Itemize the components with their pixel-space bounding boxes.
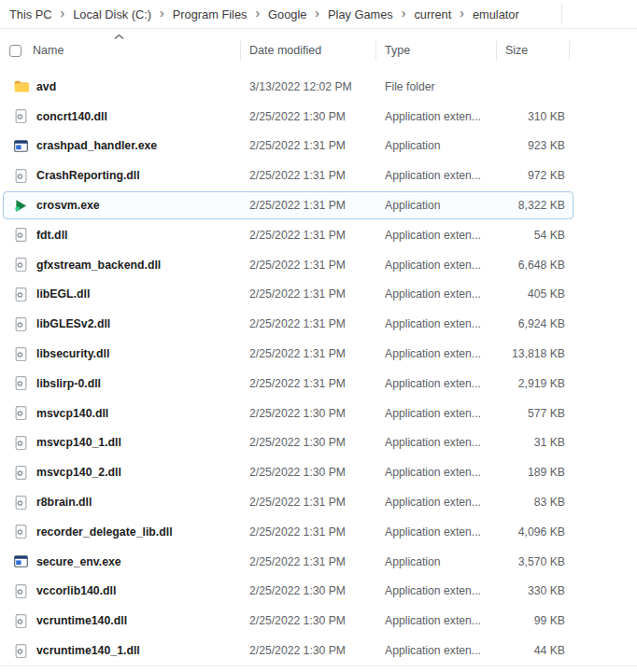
file-date-modified: 2/25/2022 1:30 PM bbox=[241, 110, 376, 123]
file-type: Application bbox=[376, 199, 497, 212]
file-name: msvcp140_2.dll bbox=[36, 466, 121, 479]
file-size: 2,919 KB bbox=[497, 377, 570, 390]
breadcrumb-separator-icon: › bbox=[61, 7, 65, 20]
column-header-spacer bbox=[570, 29, 637, 72]
file-date-modified: 2/25/2022 1:31 PM bbox=[241, 199, 376, 212]
table-row[interactable]: concrt140.dll 2/25/2022 1:30 PM Applicat… bbox=[0, 102, 637, 132]
file-name-cell[interactable]: libsecurity.dll bbox=[0, 346, 241, 362]
file-date-modified: 2/25/2022 1:31 PM bbox=[241, 317, 376, 330]
folder-icon bbox=[13, 78, 29, 94]
column-header-size[interactable]: Size bbox=[497, 29, 570, 72]
file-name-cell[interactable]: msvcp140_2.dll bbox=[0, 465, 241, 481]
file-name-cell[interactable]: libslirp-0.dll bbox=[0, 375, 241, 391]
file-name-cell[interactable]: avd bbox=[0, 78, 241, 94]
breadcrumb-item[interactable]: Local Disk (C:) bbox=[71, 7, 153, 22]
table-row[interactable]: vccorlib140.dll 2/25/2022 1:30 PM Applic… bbox=[0, 577, 637, 607]
table-row[interactable]: libGLESv2.dll 2/25/2022 1:31 PM Applicat… bbox=[0, 309, 637, 339]
file-type: Application exten... bbox=[376, 287, 497, 301]
dll-file-icon bbox=[13, 405, 29, 421]
file-type: Application exten... bbox=[376, 584, 497, 597]
file-date-modified: 2/25/2022 1:31 PM bbox=[241, 555, 376, 568]
file-name-cell[interactable]: libEGL.dll bbox=[0, 287, 241, 302]
dll-file-icon bbox=[13, 168, 29, 184]
file-name: vccorlib140.dll bbox=[36, 584, 116, 597]
file-name-cell[interactable]: libGLESv2.dll bbox=[0, 316, 241, 332]
file-size: 972 KB bbox=[497, 169, 570, 182]
file-name: libslirp-0.dll bbox=[36, 377, 101, 390]
file-name: recorder_delegate_lib.dll bbox=[36, 525, 173, 539]
table-row[interactable]: crashpad_handler.exe 2/25/2022 1:31 PM A… bbox=[0, 132, 637, 161]
column-header-date-modified[interactable]: Date modified bbox=[241, 29, 376, 72]
file-date-modified: 2/25/2022 1:31 PM bbox=[241, 169, 376, 182]
file-name: vcruntime140_1.dll bbox=[36, 644, 140, 657]
table-row[interactable]: gfxstream_backend.dll 2/25/2022 1:31 PM … bbox=[0, 250, 637, 280]
table-row[interactable]: libEGL.dll 2/25/2022 1:31 PM Application… bbox=[0, 280, 637, 310]
column-header-type[interactable]: Type bbox=[376, 29, 497, 72]
file-name-cell[interactable]: concrt140.dll bbox=[0, 108, 241, 124]
file-name-cell[interactable]: vccorlib140.dll bbox=[0, 583, 241, 599]
table-row[interactable]: r8brain.dll 2/25/2022 1:31 PM Applicatio… bbox=[0, 487, 637, 517]
breadcrumb-separator-icon: › bbox=[315, 7, 319, 20]
file-size: 13,818 KB bbox=[497, 347, 570, 360]
dll-file-icon bbox=[13, 435, 29, 451]
sort-ascending-icon[interactable] bbox=[114, 34, 124, 40]
file-date-modified: 2/25/2022 1:31 PM bbox=[241, 525, 376, 539]
file-name: gfxstream_backend.dll bbox=[36, 259, 161, 272]
crosvm-app-icon bbox=[13, 198, 29, 214]
file-name-cell[interactable]: secure_env.exe bbox=[0, 553, 241, 569]
column-header-type-label: Type bbox=[385, 44, 410, 57]
file-type: Application exten... bbox=[376, 229, 497, 242]
table-row[interactable]: libsecurity.dll 2/25/2022 1:31 PM Applic… bbox=[0, 339, 637, 369]
file-name-cell[interactable]: vcruntime140.dll bbox=[0, 613, 241, 629]
file-name-cell[interactable]: crosvm.exe bbox=[0, 198, 241, 214]
file-date-modified: 2/25/2022 1:31 PM bbox=[241, 377, 376, 390]
file-date-modified: 2/25/2022 1:30 PM bbox=[241, 644, 376, 657]
dll-file-icon bbox=[13, 613, 29, 629]
breadcrumb-item[interactable]: Program Files bbox=[171, 7, 249, 22]
table-row[interactable]: CrashReporting.dll 2/25/2022 1:31 PM App… bbox=[0, 161, 637, 190]
breadcrumb-item[interactable]: current bbox=[412, 7, 453, 22]
file-name: CrashReporting.dll bbox=[36, 169, 140, 182]
breadcrumb-item[interactable]: This PC bbox=[7, 7, 54, 22]
breadcrumb-item[interactable]: emulator bbox=[471, 7, 521, 22]
table-row[interactable]: vcruntime140.dll 2/25/2022 1:30 PM Appli… bbox=[0, 606, 637, 636]
table-row[interactable]: libslirp-0.dll 2/25/2022 1:31 PM Applica… bbox=[0, 369, 637, 399]
table-row[interactable]: fdt.dll 2/25/2022 1:31 PM Application ex… bbox=[0, 220, 637, 250]
dll-file-icon bbox=[13, 465, 29, 481]
breadcrumb-item[interactable]: Google bbox=[266, 7, 308, 22]
file-size: 99 KB bbox=[497, 614, 570, 627]
table-row[interactable]: msvcp140.dll 2/25/2022 1:30 PM Applicati… bbox=[0, 399, 637, 428]
file-date-modified: 2/25/2022 1:31 PM bbox=[241, 287, 376, 301]
file-name-cell[interactable]: CrashReporting.dll bbox=[0, 168, 241, 184]
file-name-cell[interactable]: crashpad_handler.exe bbox=[0, 138, 241, 154]
file-name-cell[interactable]: gfxstream_backend.dll bbox=[0, 257, 241, 273]
table-row[interactable]: msvcp140_2.dll 2/25/2022 1:30 PM Applica… bbox=[0, 457, 637, 487]
table-row[interactable]: crosvm.exe 2/25/2022 1:31 PM Application… bbox=[0, 190, 637, 220]
file-type: Application exten... bbox=[376, 259, 497, 272]
file-date-modified: 2/25/2022 1:31 PM bbox=[241, 496, 376, 509]
table-row[interactable]: msvcp140_1.dll 2/25/2022 1:30 PM Applica… bbox=[0, 428, 637, 458]
file-name-cell[interactable]: r8brain.dll bbox=[0, 495, 241, 511]
file-name: fdt.dll bbox=[36, 229, 67, 242]
file-type: Application exten... bbox=[376, 644, 497, 657]
file-name: msvcp140_1.dll bbox=[36, 436, 121, 449]
file-name-cell[interactable]: vcruntime140_1.dll bbox=[0, 643, 241, 659]
breadcrumb-item[interactable]: Play Games bbox=[326, 7, 395, 22]
file-name-cell[interactable]: fdt.dll bbox=[0, 227, 241, 243]
select-all-checkbox[interactable] bbox=[9, 45, 21, 57]
file-size: 310 KB bbox=[497, 110, 570, 123]
table-row[interactable]: recorder_delegate_lib.dll 2/25/2022 1:31… bbox=[0, 517, 637, 547]
dll-file-icon bbox=[13, 495, 29, 511]
table-row[interactable]: avd 3/13/2022 12:02 PM File folder bbox=[0, 72, 637, 102]
file-name-cell[interactable]: msvcp140_1.dll bbox=[0, 435, 241, 451]
table-row[interactable]: vcruntime140_1.dll 2/25/2022 1:30 PM App… bbox=[0, 636, 637, 665]
table-row[interactable]: secure_env.exe 2/25/2022 1:31 PM Applica… bbox=[0, 547, 637, 577]
column-header-size-label: Size bbox=[505, 44, 528, 57]
breadcrumb-separator-icon: › bbox=[255, 7, 260, 20]
breadcrumb: This PC›Local Disk (C:)›Program Files›Go… bbox=[0, 0, 637, 29]
file-size: 8,322 KB bbox=[497, 199, 570, 212]
file-name-cell[interactable]: recorder_delegate_lib.dll bbox=[0, 524, 241, 539]
file-size: 6,648 KB bbox=[497, 259, 570, 272]
file-name-cell[interactable]: msvcp140.dll bbox=[0, 405, 241, 421]
file-type: Application bbox=[376, 555, 497, 568]
